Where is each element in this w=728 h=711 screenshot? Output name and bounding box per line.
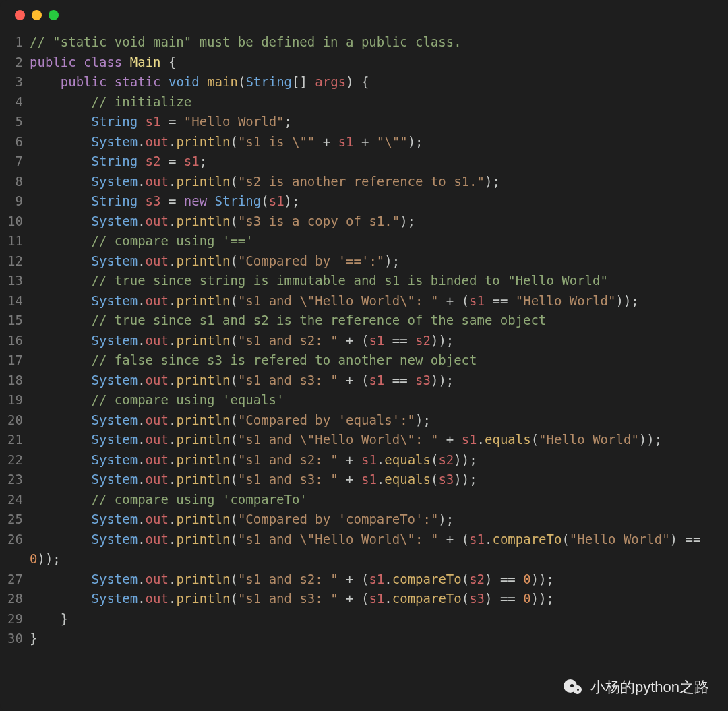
line-number: 7 [0,152,30,172]
line-number: 16 [0,331,30,351]
code-content[interactable]: // initialize [30,92,728,113]
code-line[interactable]: 1// "static void main" must be defined i… [0,32,728,53]
code-line[interactable]: 12 System.out.println("Compared by '==':… [0,251,728,272]
code-line[interactable]: 18 System.out.println("s1 and s3: " + (s… [0,371,728,391]
code-content[interactable]: System.out.println("s1 and \"Hello World… [30,430,728,450]
code-line[interactable]: 19 // compare using 'equals' [0,390,728,410]
code-line[interactable]: 26 System.out.println("s1 and \"Hello Wo… [0,530,728,569]
code-content[interactable]: // compare using 'equals' [30,390,728,410]
code-content[interactable]: public static void main(String[] args) { [30,72,728,92]
code-line[interactable]: 7 String s2 = s1; [0,152,728,172]
code-content[interactable]: // compare using '==' [30,231,728,251]
code-content[interactable]: System.out.println("s1 and s3: " + s1.eq… [30,470,728,490]
code-content[interactable]: // true since string is immutable and s1… [30,271,728,291]
code-line[interactable]: 16 System.out.println("s1 and s2: " + (s… [0,331,728,351]
line-number: 6 [0,132,30,152]
code-content[interactable]: System.out.println("s2 is another refere… [30,172,728,192]
code-line[interactable]: 28 System.out.println("s1 and s3: " + (s… [0,589,728,609]
line-number: 17 [0,350,30,371]
code-line[interactable]: 8 System.out.println("s2 is another refe… [0,172,728,192]
code-content[interactable]: String s2 = s1; [30,152,728,172]
line-number: 12 [0,251,30,272]
line-number: 2 [0,53,30,73]
code-line[interactable]: 9 String s3 = new String(s1); [0,191,728,212]
code-content[interactable]: } [30,609,728,629]
code-line[interactable]: 5 String s1 = "Hello World"; [0,112,728,132]
code-window: 1// "static void main" must be defined i… [0,0,728,711]
code-line[interactable]: 6 System.out.println("s1 is \"" + s1 + "… [0,132,728,152]
code-line[interactable]: 3 public static void main(String[] args)… [0,72,728,92]
code-line[interactable]: 4 // initialize [0,92,728,113]
code-content[interactable]: // compare using 'compareTo' [30,490,728,510]
line-number: 1 [0,32,30,53]
code-content[interactable]: // false since s3 is refered to another … [30,350,728,371]
code-editor[interactable]: 1// "static void main" must be defined i… [0,30,728,649]
line-number: 14 [0,291,30,311]
code-line[interactable]: 21 System.out.println("s1 and \"Hello Wo… [0,430,728,450]
line-number: 24 [0,490,30,510]
code-line[interactable]: 24 // compare using 'compareTo' [0,490,728,510]
code-line[interactable]: 20 System.out.println("Compared by 'equa… [0,410,728,431]
code-content[interactable]: System.out.println("Compared by 'compare… [30,509,728,530]
code-line[interactable]: 2public class Main { [0,53,728,73]
code-line[interactable]: 22 System.out.println("s1 and s2: " + s1… [0,450,728,470]
watermark-text: 小杨的python之路 [590,677,709,698]
line-number: 20 [0,410,30,431]
line-number: 21 [0,430,30,450]
line-number: 10 [0,212,30,232]
code-line[interactable]: 23 System.out.println("s1 and s3: " + s1… [0,470,728,490]
code-content[interactable]: System.out.println("s1 and s3: " + (s1.c… [30,589,728,609]
code-line[interactable]: 11 // compare using '==' [0,231,728,251]
code-content[interactable]: String s1 = "Hello World"; [30,112,728,132]
code-line[interactable]: 25 System.out.println("Compared by 'comp… [0,509,728,530]
code-content[interactable]: System.out.println("s1 and s3: " + (s1 =… [30,371,728,391]
code-content[interactable]: System.out.println("s1 is \"" + s1 + "\"… [30,132,728,152]
line-number: 23 [0,470,30,490]
line-number: 28 [0,589,30,609]
code-content[interactable]: System.out.println("Compared by 'equals'… [30,410,728,431]
code-content[interactable]: System.out.println("s1 and s2: " + (s1.c… [30,569,728,590]
code-content[interactable]: String s3 = new String(s1); [30,191,728,212]
code-line[interactable]: 15 // true since s1 and s2 is the refere… [0,311,728,331]
watermark: 小杨的python之路 [564,677,709,698]
code-line[interactable]: 14 System.out.println("s1 and \"Hello Wo… [0,291,728,311]
code-content[interactable]: System.out.println("s1 and s2: " + s1.eq… [30,450,728,470]
wechat-bubble-icon [564,677,584,698]
code-content[interactable]: public class Main { [30,53,728,73]
code-content[interactable]: System.out.println("s1 and \"Hello World… [30,291,728,311]
line-number: 11 [0,231,30,251]
line-number: 27 [0,569,30,590]
line-number: 15 [0,311,30,331]
zoom-icon[interactable] [49,10,59,20]
code-content[interactable]: System.out.println("Compared by '==':"); [30,251,728,272]
line-number: 8 [0,172,30,192]
line-number: 26 [0,530,30,569]
code-line[interactable]: 17 // false since s3 is refered to anoth… [0,350,728,371]
close-icon[interactable] [15,10,25,20]
line-number: 22 [0,450,30,470]
line-number: 4 [0,92,30,113]
code-line[interactable]: 29 } [0,609,728,629]
line-number: 29 [0,609,30,629]
code-line[interactable]: 13 // true since string is immutable and… [0,271,728,291]
line-number: 25 [0,509,30,530]
line-number: 5 [0,112,30,132]
line-number: 18 [0,371,30,391]
code-line[interactable]: 30} [0,629,728,649]
minimize-icon[interactable] [32,10,42,20]
line-number: 13 [0,271,30,291]
code-line[interactable]: 10 System.out.println("s3 is a copy of s… [0,212,728,232]
code-content[interactable]: System.out.println("s1 and \"Hello World… [30,530,728,569]
code-line[interactable]: 27 System.out.println("s1 and s2: " + (s… [0,569,728,590]
titlebar [0,0,728,30]
line-number: 19 [0,390,30,410]
line-number: 30 [0,629,30,649]
code-content[interactable]: System.out.println("s1 and s2: " + (s1 =… [30,331,728,351]
line-number: 9 [0,191,30,212]
code-content[interactable]: } [30,629,728,649]
code-content[interactable]: // "static void main" must be defined in… [30,32,728,53]
code-content[interactable]: // true since s1 and s2 is the reference… [30,311,728,331]
code-content[interactable]: System.out.println("s3 is a copy of s1."… [30,212,728,232]
line-number: 3 [0,72,30,92]
